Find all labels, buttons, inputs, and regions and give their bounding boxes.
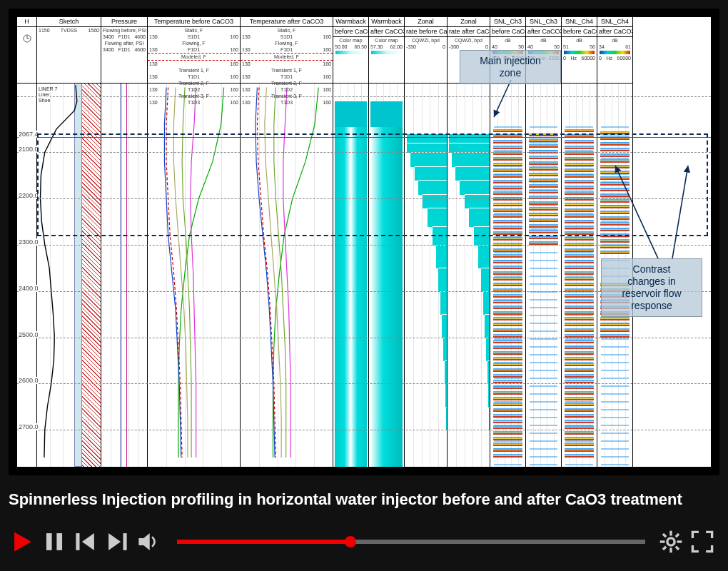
pause-button[interactable] [40,527,69,556]
next-button[interactable] [103,527,131,556]
clock-icon [22,34,32,44]
track-wb_after: Warmbackafter CaCO3Color map57.3062.00 [369,17,405,467]
svg-line-3 [494,80,511,117]
svg-rect-7 [56,533,62,550]
svg-line-17 [663,547,666,550]
fullscreen-button[interactable] [688,527,717,556]
track-pressure: PressureFlowing before, PSI3400F1D14600F… [101,17,148,467]
track-t_before: Temperature before CaCO3Static, F130S1D1… [148,17,241,467]
annotation-contrast: Contrastchanges inreservoir flowresponse [601,258,702,317]
track-zr_after: Zonalrate after CaCO3CQWZI, bpd-3000 [448,17,490,467]
volume-button[interactable] [134,527,163,556]
annotation-main-injection: Main injectionzone [460,50,561,84]
svg-rect-9 [123,533,127,550]
depth-col-title: H [17,17,36,27]
video-player-controls [9,524,719,560]
figure-frame: H Sketch1150TVDSS1560LINER 7LinerShoePre… [9,9,719,475]
track-zr_before: Zonalrate before CaCO3CQWZI, bpd-3500 [405,17,448,467]
track-wb_before: Warmbackbefore CaCO3Color map50.0060.50 [333,17,369,467]
main-injection-zone-outline [37,133,708,236]
progress-fill [177,540,350,544]
track-sketch: Sketch1150TVDSS1560LINER 7LinerShoe [37,17,101,467]
track-snl4b: SNL_Ch4before CaCO3dB51560Hz60000 [562,17,597,467]
svg-rect-6 [46,533,52,550]
progress-knob[interactable] [345,536,356,547]
svg-line-5 [672,166,688,258]
svg-line-16 [676,547,679,550]
stage: H Sketch1150TVDSS1560LINER 7LinerShoePre… [0,0,728,571]
track-t_after: Temperature after CaCO3Static, F130S1D11… [241,17,333,467]
play-button[interactable] [9,527,37,556]
progress-bar[interactable] [177,540,645,544]
caption-text: Spinnerless Injection profiling in horiz… [9,490,719,510]
prev-button[interactable] [71,527,100,556]
settings-button[interactable] [657,527,685,556]
svg-line-15 [663,534,666,537]
svg-line-4 [615,166,658,258]
track-snl3a: SNL_Ch3after CaCO3dB4050300Hz2300 [526,17,562,467]
svg-line-18 [676,534,679,537]
well-log-chart: H Sketch1150TVDSS1560LINER 7LinerShoePre… [17,17,711,467]
svg-point-10 [667,538,674,545]
svg-rect-8 [76,533,79,550]
